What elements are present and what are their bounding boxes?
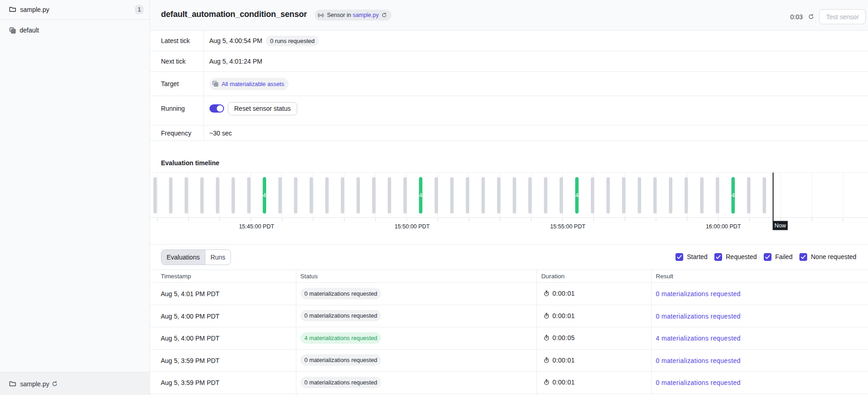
svg-text:4: 4	[732, 192, 735, 199]
svg-text:Now: Now	[774, 222, 786, 229]
svg-text:15:45:00 PDT: 15:45:00 PDT	[239, 223, 274, 230]
svg-text:15:50:00 PDT: 15:50:00 PDT	[395, 223, 430, 230]
svg-text:4: 4	[575, 192, 579, 199]
svg-text:15:55:00 PDT: 15:55:00 PDT	[550, 223, 585, 230]
svg-text:4: 4	[419, 192, 422, 199]
svg-text:4: 4	[263, 192, 266, 199]
svg-text:16:00:00 PDT: 16:00:00 PDT	[706, 223, 741, 230]
